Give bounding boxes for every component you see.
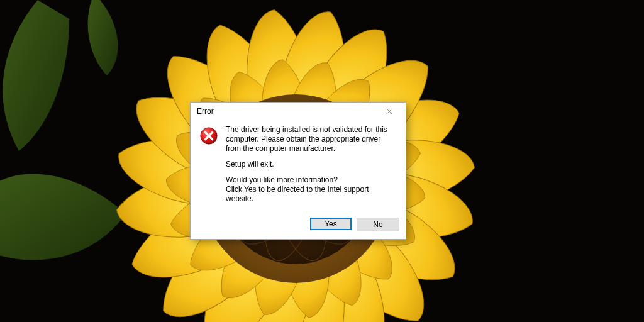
close-button[interactable] bbox=[377, 104, 402, 119]
message-line-1: The driver being installed is not valida… bbox=[226, 125, 397, 153]
dialog-body: The driver being installed is not valida… bbox=[191, 120, 406, 214]
error-dialog: Error The driver being insta bbox=[190, 102, 406, 240]
message-line-3: Would you like more information? bbox=[226, 175, 397, 185]
dialog-title: Error bbox=[197, 107, 214, 116]
no-button[interactable]: No bbox=[357, 218, 399, 231]
close-icon bbox=[386, 108, 392, 114]
message-line-2: Setup will exit. bbox=[226, 160, 397, 169]
message-line-4: Click Yes to be directed to the Intel su… bbox=[226, 185, 397, 204]
dialog-button-row: Yes No bbox=[191, 214, 406, 239]
dialog-titlebar[interactable]: Error bbox=[191, 103, 406, 120]
error-icon bbox=[199, 126, 218, 145]
yes-button[interactable]: Yes bbox=[310, 218, 352, 230]
dialog-message: The driver being installed is not valida… bbox=[226, 125, 397, 210]
